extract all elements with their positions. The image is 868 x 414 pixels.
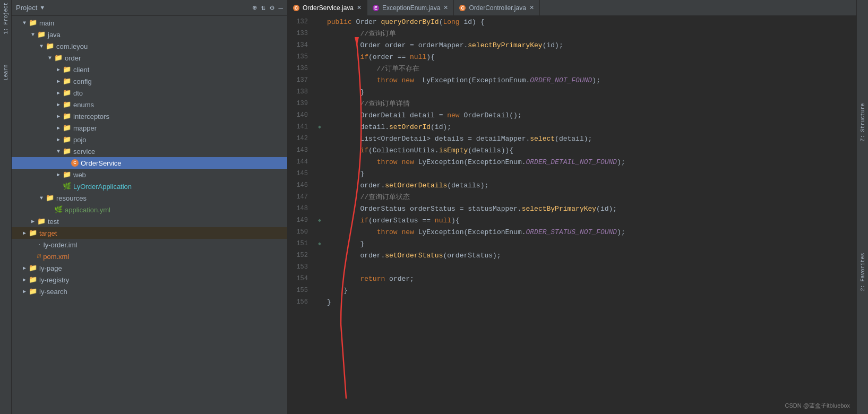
code-line-139: 139 //查询订单详情	[288, 98, 856, 109]
tree-item-pomxml[interactable]: ▶ m pom.xml	[12, 251, 287, 262]
folder-icon-mapper: 📁	[63, 124, 71, 132]
label-lypage: ly-page	[39, 264, 62, 272]
code-line-144: 144 throw new LyException(ExceptionEnum.…	[288, 156, 856, 168]
sidebar-project-tab[interactable]: 1: Project	[0, 2, 12, 34]
tab-exceptionenum[interactable]: E ExceptionEnum.java ✕	[367, 0, 454, 15]
label-lysearch: ly-search	[39, 288, 67, 296]
code-line-140: 140 OrderDetail detail = new OrderDetail…	[288, 109, 856, 121]
sidebar-favorites-tab[interactable]: 2: Favorites	[857, 256, 869, 288]
tree-item-service[interactable]: ▼ 📁 service	[12, 145, 287, 157]
label-resources: resources	[56, 194, 87, 202]
label-orderservice: OrderService	[81, 159, 122, 167]
tab-close-orderservice[interactable]: ✕	[357, 4, 362, 11]
tree-item-dto[interactable]: ▶ 📁 dto	[12, 87, 287, 99]
tree-item-lyorderiml[interactable]: ▶ · ly-order.iml	[12, 239, 287, 251]
label-lyorderiml: ly-order.iml	[44, 241, 78, 249]
tree-item-main[interactable]: ▼ 📁 main	[12, 17, 287, 29]
code-content-137: throw new LyException(ExceptionEnum.ORDE…	[325, 76, 856, 84]
gutter-141: ◆	[314, 124, 325, 130]
line-num-141: 141	[288, 123, 314, 131]
icon-lyorderiml: ·	[37, 241, 41, 249]
favorites-label: 2: Favorites	[860, 253, 865, 291]
class-icon-orderservice: C	[71, 159, 79, 167]
tree-item-client[interactable]: ▶ 📁 client	[12, 64, 287, 75]
line-num-134: 134	[288, 41, 314, 49]
tree-item-order[interactable]: ▼ 📁 order	[12, 52, 287, 64]
tab-icon-orderservice: C	[293, 5, 299, 11]
tree-item-interceptors[interactable]: ▶ 📁 interceptors	[12, 110, 287, 122]
tab-close-ordercontroller[interactable]: ✕	[529, 4, 534, 11]
code-view[interactable]: 132 public Order queryOrderById(Long id)…	[288, 16, 856, 414]
tree-item-lypage[interactable]: ▶ 📁 ly-page	[12, 262, 287, 274]
arrow-test: ▶	[29, 218, 37, 225]
arrow-order: ▼	[46, 55, 54, 61]
code-content-140: OrderDetail detail = new OrderDetail();	[325, 111, 856, 119]
folder-icon-interceptors: 📁	[63, 112, 71, 120]
panel-icon-globe[interactable]: ⊕	[252, 3, 256, 12]
sidebar-structure-tab[interactable]: Z: Structure	[857, 106, 869, 138]
folder-icon-dto: 📁	[63, 89, 71, 97]
tree-item-mapper[interactable]: ▶ 📁 mapper	[12, 122, 287, 134]
tab-close-exceptionenum[interactable]: ✕	[443, 4, 448, 11]
panel-dropdown-arrow[interactable]: ▼	[40, 5, 44, 11]
project-panel: Project ▼ ⊕ ⇅ ⚙ — ▼ 📁 main ▼ 📁 java ▼	[12, 0, 288, 414]
tree-item-lyregistry[interactable]: ▶ 📁 ly-registry	[12, 274, 287, 286]
sidebar-learn-tab[interactable]: Learn	[0, 56, 12, 88]
code-line-142: 142 List<OrderDetail> details = detailMa…	[288, 133, 856, 144]
line-num-153: 153	[288, 263, 314, 271]
code-line-153: 153	[288, 261, 856, 273]
label-client: client	[73, 66, 89, 74]
tree-item-lysearch[interactable]: ▶ 📁 ly-search	[12, 286, 287, 297]
line-num-145: 145	[288, 170, 314, 177]
panel-icon-filter[interactable]: ⇅	[261, 3, 265, 12]
tree-item-lyorderapplication[interactable]: ▶ 🌿 LyOrderApplication	[12, 180, 287, 192]
tree-item-orderservice[interactable]: ▶ C OrderService	[12, 157, 287, 169]
tab-orderservice[interactable]: C OrderService.java ✕	[288, 0, 367, 15]
arrow-enums: ▶	[54, 101, 63, 108]
folder-icon-comleyou: 📁	[46, 42, 54, 50]
line-num-152: 152	[288, 252, 314, 259]
tree-item-applicationyml[interactable]: ▶ 🌿 application.yml	[12, 204, 287, 215]
line-num-132: 132	[288, 18, 314, 25]
folder-icon-main: 📁	[29, 19, 37, 27]
arrow-pojo: ▶	[54, 136, 63, 143]
code-line-141: 141 ◆ detail.setOrderId(id);	[288, 121, 856, 133]
arrow-client: ▶	[54, 66, 63, 73]
tree-item-comleyou[interactable]: ▼ 📁 com.leyou	[12, 40, 287, 52]
tree-item-target[interactable]: ▶ 📁 target	[12, 227, 287, 239]
tree-item-pojo[interactable]: ▶ 📁 pojo	[12, 134, 287, 145]
panel-icon-minimize[interactable]: —	[279, 4, 283, 12]
code-content-144: throw new LyException(ExceptionEnum.ORDE…	[325, 158, 856, 166]
code-content-139: //查询订单详情	[325, 99, 856, 108]
tree-item-resources[interactable]: ▼ 📁 resources	[12, 192, 287, 204]
arrow-resources: ▼	[37, 195, 46, 201]
arrow-lypage: ▶	[20, 265, 29, 271]
code-content-136: //订单不存在	[325, 64, 856, 73]
folder-icon-order: 📁	[54, 54, 63, 62]
arrow-mapper: ▶	[54, 125, 63, 131]
gutter-icon-141: ◆	[318, 124, 321, 130]
panel-header-left: Project ▼	[16, 4, 44, 12]
code-content-156: }	[325, 298, 856, 306]
label-enums: enums	[73, 101, 94, 109]
code-content-138: }	[325, 88, 856, 96]
tree-item-enums[interactable]: ▶ 📁 enums	[12, 99, 287, 110]
code-line-137: 137 throw new LyException(ExceptionEnum.…	[288, 74, 856, 86]
arrow-main: ▼	[20, 20, 29, 26]
code-content-141: detail.setOrderId(id);	[325, 123, 856, 131]
line-num-147: 147	[288, 193, 314, 201]
code-content-150: throw new LyException(ExceptionEnum.ORDE…	[325, 228, 856, 236]
label-dto: dto	[73, 89, 83, 97]
tree-item-test[interactable]: ▶ 📁 test	[12, 215, 287, 227]
label-comleyou: com.leyou	[56, 42, 88, 50]
tree-item-java[interactable]: ▼ 📁 java	[12, 29, 287, 40]
tree-item-config[interactable]: ▶ 📁 config	[12, 75, 287, 87]
line-num-142: 142	[288, 135, 314, 142]
code-content-149: if(orderStatus == null){	[325, 217, 856, 225]
tree-item-web[interactable]: ▶ 📁 web	[12, 169, 287, 180]
panel-icon-settings[interactable]: ⚙	[270, 3, 274, 12]
tab-label-orderservice: OrderService.java	[303, 4, 354, 12]
line-num-156: 156	[288, 298, 314, 306]
tab-ordercontroller[interactable]: C OrderController.java ✕	[454, 0, 539, 15]
line-num-139: 139	[288, 100, 314, 107]
